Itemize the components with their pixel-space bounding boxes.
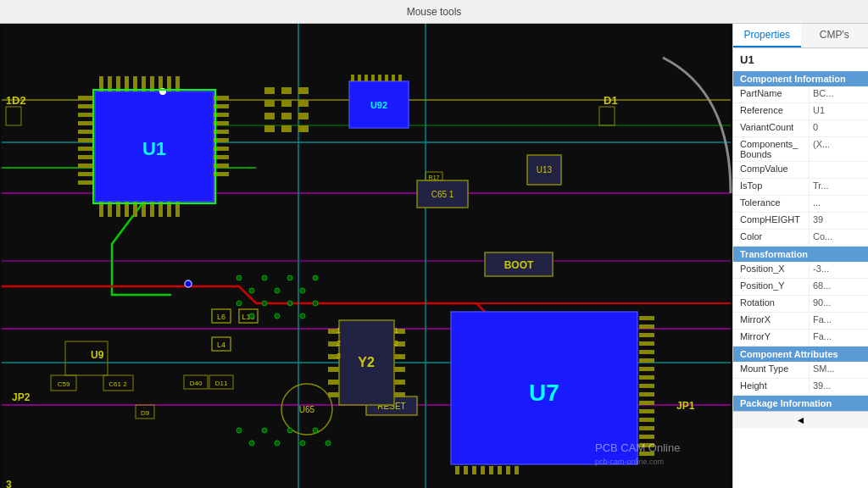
- prop-value: 39: [810, 213, 826, 229]
- svg-rect-88: [639, 367, 654, 371]
- svg-rect-156: [298, 113, 309, 119]
- tab-properties[interactable]: Properties: [733, 24, 801, 47]
- svg-text:D9: D9: [141, 409, 150, 417]
- svg-point-165: [275, 288, 280, 293]
- toolbar: Mouse tools: [0, 0, 868, 24]
- svg-rect-114: [328, 392, 339, 397]
- prop-row: Position_X-3...: [733, 262, 868, 279]
- prop-name: Position_Y: [733, 279, 810, 295]
- panel-tabs: Properties CMP's: [733, 24, 868, 48]
- prop-value: 90...: [810, 296, 834, 312]
- svg-rect-118: [394, 367, 405, 372]
- tab-cmps[interactable]: CMP's: [801, 24, 869, 47]
- svg-rect-154: [264, 113, 275, 119]
- prop-name: CompHEIGHT: [733, 213, 810, 229]
- svg-point-183: [326, 441, 331, 446]
- svg-text:1: 1: [337, 326, 341, 335]
- svg-rect-95: [639, 426, 654, 430]
- svg-text:3: 3: [6, 479, 12, 488]
- svg-text:D1: D1: [604, 94, 618, 107]
- svg-rect-106: [515, 466, 519, 474]
- svg-rect-24: [78, 164, 93, 168]
- prop-row: IsTopTr...: [733, 179, 868, 196]
- svg-rect-89: [639, 375, 654, 380]
- right-panel: Properties CMP's U1 Component Informatio…: [732, 24, 868, 488]
- svg-point-172: [275, 313, 280, 319]
- prop-value: ...: [810, 196, 824, 212]
- prop-value: 39...: [810, 379, 834, 395]
- svg-point-175: [313, 301, 318, 306]
- scroll-left-arrow[interactable]: ◄: [733, 411, 868, 428]
- prop-value: [810, 162, 816, 178]
- svg-text:D11: D11: [215, 380, 228, 387]
- svg-rect-83: [639, 324, 654, 329]
- svg-rect-66: [364, 75, 368, 81]
- svg-rect-101: [472, 466, 476, 474]
- svg-rect-71: [398, 75, 402, 81]
- svg-text:Y2: Y2: [358, 355, 375, 369]
- panel-sections: Component InformationPartNameBC...Refere…: [733, 71, 868, 411]
- prop-value: 0: [810, 120, 821, 136]
- prop-row: MirrorYFa...: [733, 330, 868, 347]
- svg-rect-20: [78, 130, 93, 134]
- svg-rect-99: [455, 466, 459, 474]
- svg-rect-86: [639, 350, 654, 354]
- svg-text:1: 1: [6, 95, 12, 107]
- prop-name: Color: [733, 230, 810, 246]
- prop-value: U1: [810, 103, 828, 119]
- section-header-transformation: Transformation: [733, 247, 868, 262]
- svg-point-176: [236, 428, 242, 433]
- svg-point-169: [236, 301, 242, 306]
- prop-name: MirrorY: [733, 330, 810, 346]
- prop-value: -3...: [810, 262, 832, 278]
- svg-rect-102: [481, 466, 485, 474]
- svg-point-173: [287, 301, 292, 306]
- prop-row: Tolerance...: [733, 196, 868, 213]
- section-header-component-attributes: Component Attributes: [733, 347, 868, 362]
- prop-value: SM...: [810, 362, 838, 378]
- svg-rect-82: [639, 316, 654, 320]
- pcb-canvas[interactable]: U1: [0, 24, 732, 488]
- prop-row: ColorCo...: [733, 230, 868, 247]
- svg-text:JP1: JP1: [676, 400, 695, 412]
- svg-text:R17: R17: [429, 175, 440, 180]
- svg-rect-94: [639, 418, 654, 422]
- svg-rect-26: [78, 180, 93, 185]
- svg-rect-68: [378, 75, 381, 81]
- svg-rect-149: [281, 87, 292, 94]
- svg-rect-152: [281, 100, 292, 107]
- svg-rect-16: [78, 96, 93, 100]
- svg-point-184: [185, 280, 192, 287]
- section-header-component-information: Component Information: [733, 71, 868, 86]
- svg-rect-64: [351, 75, 354, 81]
- main-area: U1: [0, 24, 868, 488]
- prop-name: Components_Bounds: [733, 137, 810, 161]
- svg-point-163: [249, 288, 254, 293]
- svg-text:2: 2: [337, 339, 341, 347]
- svg-text:U9: U9: [91, 349, 104, 361]
- prop-value: Fa...: [810, 330, 835, 346]
- svg-rect-100: [464, 466, 468, 474]
- svg-rect-96: [639, 435, 654, 439]
- svg-text:U92: U92: [370, 100, 387, 110]
- svg-text:PCB CAM Online: PCB CAM Online: [595, 441, 680, 454]
- svg-rect-67: [371, 75, 375, 81]
- prop-value: Fa...: [810, 313, 835, 329]
- svg-point-182: [313, 428, 318, 433]
- prop-value: Tr...: [810, 179, 832, 195]
- prop-name: Reference: [733, 103, 810, 119]
- svg-rect-151: [264, 100, 275, 107]
- svg-point-170: [249, 313, 254, 319]
- prop-row: CompHEIGHT39: [733, 213, 868, 230]
- svg-text:C61 2: C61 2: [108, 380, 127, 388]
- svg-text:1: 1: [394, 326, 398, 335]
- svg-text:U7: U7: [529, 380, 559, 406]
- prop-row: Mount TypeSM...: [733, 362, 868, 379]
- prop-name: Tolerance: [733, 196, 810, 212]
- svg-rect-65: [358, 75, 361, 81]
- svg-text:U1: U1: [142, 138, 166, 159]
- svg-rect-25: [78, 172, 93, 176]
- svg-rect-18: [78, 113, 93, 117]
- svg-text:3: 3: [337, 352, 341, 360]
- svg-rect-103: [489, 466, 493, 474]
